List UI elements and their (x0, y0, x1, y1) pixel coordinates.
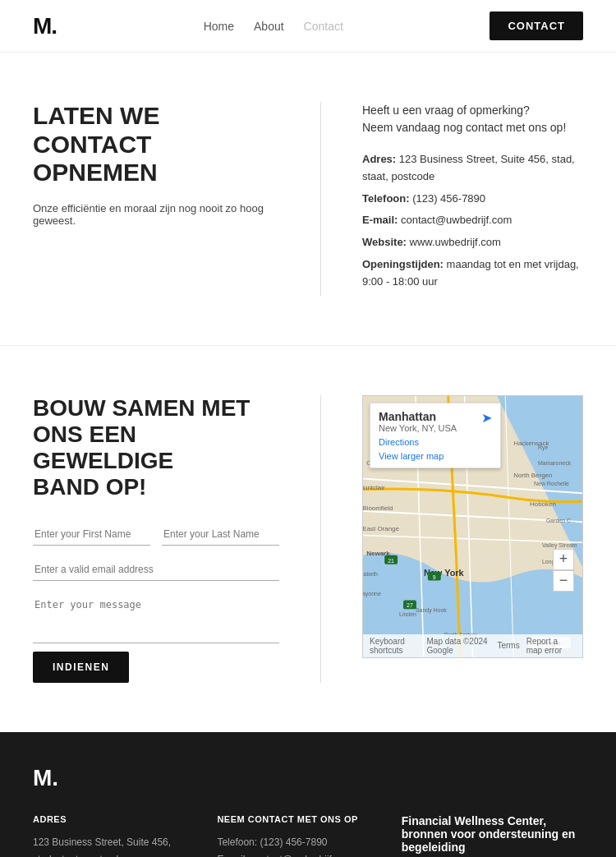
submit-button[interactable]: INDIENEN (33, 652, 129, 683)
map-directions-icon[interactable]: ➤ (481, 410, 492, 426)
address-line: Adres: 123 Business Street, Suite 456, s… (362, 151, 583, 186)
nav-about[interactable]: About (254, 20, 284, 33)
footer-contact-heading: NEEM CONTACT MET ONS OP (217, 814, 368, 824)
svg-text:Rye: Rye (538, 444, 548, 450)
footer-contact-col: NEEM CONTACT MET ONS OP Telefoon: (123) … (217, 814, 368, 857)
footer-address-col: ADRES 123 Business Street, Suite 456, st… (33, 814, 184, 857)
footer-contact-email: E-mail: contact@uwbedrijf.com (217, 851, 368, 857)
svg-text:Bayonne: Bayonne (363, 591, 381, 597)
zoom-out-button[interactable]: − (553, 570, 574, 592)
svg-text:East Orange: East Orange (363, 525, 399, 532)
map-zoom-controls: + − (553, 549, 574, 592)
svg-text:Mamaroneck: Mamaroneck (538, 460, 572, 466)
svg-text:27: 27 (407, 602, 413, 608)
last-name-group (162, 523, 279, 546)
map-footer: Keyboard shortcuts Map data ©2024 Google… (363, 634, 582, 657)
email-line: E-mail: contact@uwbedrijf.com (362, 212, 583, 229)
view-larger-link[interactable]: View larger map (379, 451, 492, 461)
form-column: BOUW SAMEN MET ONS EEN GEWELDIGE BAND OP… (33, 395, 279, 684)
map-place-name: Manhattan (379, 410, 457, 423)
form-title: BOUW SAMEN MET ONS EEN GEWELDIGE BAND OP… (33, 395, 279, 501)
svg-text:21: 21 (388, 557, 394, 563)
hours-line: Openingstijden: maandag tot en met vrijd… (362, 256, 583, 291)
map-container[interactable]: Clifton Montclair Bloomfield East Orange… (362, 395, 583, 658)
svg-text:Hoboken: Hoboken (530, 500, 556, 508)
map-data: Map data ©2024 Google (427, 637, 491, 655)
footer-rights-heading: Financial Wellness Center, bronnen voor … (402, 814, 583, 854)
footer-address-heading: ADRES (33, 814, 184, 824)
contact-button[interactable]: CONTACT (490, 12, 583, 40)
message-textarea[interactable] (33, 594, 279, 643)
email-group (33, 559, 279, 581)
name-row (33, 523, 279, 546)
keyboard-shortcuts: Keyboard shortcuts (370, 637, 421, 655)
footer-logo: M. (33, 765, 583, 791)
svg-text:Elizabeth: Elizabeth (363, 570, 378, 576)
terms-link[interactable]: Terms (497, 641, 519, 650)
main-nav: Home About Contact (204, 20, 343, 33)
tagline: Heeft u een vraag of opmerking? Neem van… (362, 102, 583, 136)
nav-contact[interactable]: Contact (304, 20, 343, 33)
svg-text:New Rochelle: New Rochelle (534, 481, 569, 486)
svg-text:Montclair: Montclair (363, 484, 385, 491)
svg-text:Garden C...: Garden C... (546, 518, 576, 523)
map-column: Clifton Montclair Bloomfield East Orange… (362, 395, 583, 684)
svg-text:Valley Stream: Valley Stream (542, 541, 577, 548)
section-subtitle: Onze efficiëntie en moraal zijn nog nooi… (33, 202, 279, 227)
zoom-in-button[interactable]: + (553, 549, 574, 570)
first-name-group (33, 523, 150, 546)
footer-rights-col: Financial Wellness Center, bronnen voor … (402, 814, 583, 857)
first-name-input[interactable] (33, 523, 150, 546)
vertical-divider-2 (320, 395, 321, 684)
svg-text:Bloomfield: Bloomfield (363, 505, 393, 512)
phone-line: Telefoon: (123) 456-7890 (362, 191, 583, 208)
nav-home[interactable]: Home (204, 20, 234, 33)
footer-columns: ADRES 123 Business Street, Suite 456, st… (33, 814, 583, 857)
logo: M. (33, 13, 57, 39)
directions-link[interactable]: Directions (379, 437, 419, 447)
svg-text:North Bergen: North Bergen (513, 472, 552, 479)
map-place-sub: New York, NY, USA (379, 423, 457, 433)
website-line: Website: www.uwbedrijf.com (362, 234, 583, 251)
svg-text:Linden: Linden (399, 611, 416, 617)
message-group (33, 594, 279, 643)
right-column: Heeft u een vraag of opmerking? Neem van… (362, 102, 583, 296)
left-column: LATEN WE CONTACT OPNEMEN Onze efficiënti… (33, 102, 279, 296)
contact-info-section: LATEN WE CONTACT OPNEMEN Onze efficiënti… (0, 53, 616, 346)
footer-contact-phone: Telefoon: (123) 456-7890 (217, 834, 368, 850)
form-map-section: BOUW SAMEN MET ONS EEN GEWELDIGE BAND OP… (0, 346, 616, 733)
svg-text:Sandy Hook: Sandy Hook (416, 607, 447, 614)
last-name-input[interactable] (162, 523, 279, 546)
footer: M. ADRES 123 Business Street, Suite 456,… (0, 732, 616, 857)
section-title: LATEN WE CONTACT OPNEMEN (33, 102, 279, 187)
contact-details: Adres: 123 Business Street, Suite 456, s… (362, 151, 583, 291)
email-input[interactable] (33, 559, 279, 581)
report-link[interactable]: Report a map error (526, 637, 576, 655)
svg-text:9: 9 (433, 574, 436, 579)
footer-address-value: 123 Business Street, Suite 456, stad, st… (33, 834, 184, 857)
map-info-box: Manhattan New York, NY, USA ➤ Directions… (370, 403, 501, 468)
vertical-divider (320, 102, 321, 296)
